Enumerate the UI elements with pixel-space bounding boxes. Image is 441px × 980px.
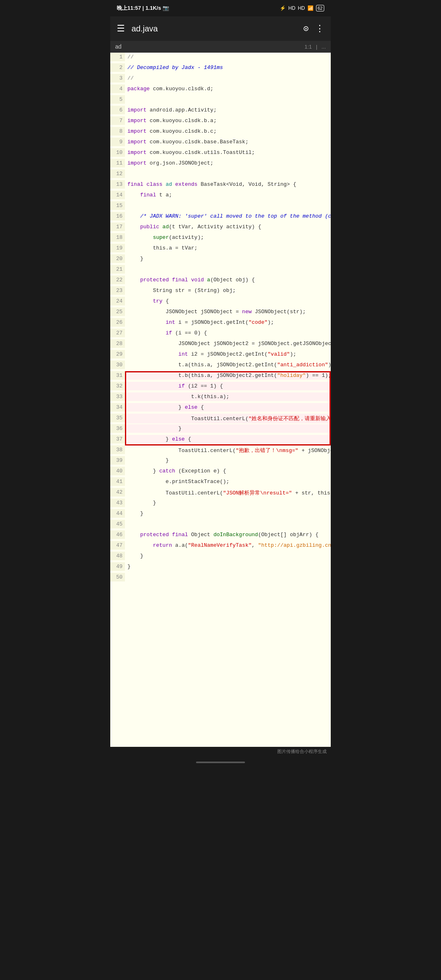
compass-icon[interactable]: ⊙ [303, 23, 309, 34]
line-num-22: 22 [110, 276, 125, 284]
line-num-1: 1 [110, 53, 125, 61]
line-content-18: super(activity); [125, 233, 331, 242]
code-line-1: 1 // [110, 53, 331, 63]
menu-icon[interactable]: ☰ [117, 23, 125, 34]
code-line-19: 19 this.a = tVar; [110, 244, 331, 254]
code-line-40: 40 } catch (Exception e) { [110, 467, 331, 477]
line-content-16: /* JADX WARN: 'super' call moved to the … [125, 212, 331, 220]
line-num-9: 9 [110, 138, 125, 146]
line-content-39: } [125, 456, 331, 465]
empty-code-area [110, 584, 331, 747]
line-num-12: 12 [110, 169, 125, 178]
line-num-41: 41 [110, 477, 125, 486]
code-line-20: 20 } [110, 254, 331, 265]
code-line-23: 23 String str = (String) obj; [110, 286, 331, 297]
line-num-47: 47 [110, 541, 125, 550]
code-line-2: 2 // Decompiled by Jadx - 1491ms [110, 63, 331, 74]
line-num-32: 32 [110, 382, 125, 390]
line-num-13: 13 [110, 180, 125, 189]
tab-more[interactable]: ... [321, 44, 326, 50]
line-num-33: 33 [110, 392, 125, 401]
watermark-text: 图片传播给合小程序生成 [277, 749, 327, 754]
code-line-16: 16 /* JADX WARN: 'super' call moved to t… [110, 212, 331, 223]
line-num-14: 14 [110, 191, 125, 199]
line-num-30: 30 [110, 361, 125, 369]
line-content-42: ToastUtil.centerL("JSON解析异常\nresult=" + … [125, 488, 331, 498]
code-line-41: 41 e.printStackTrace(); [110, 477, 331, 488]
line-content-40: } catch (Exception e) { [125, 467, 331, 475]
line-num-44: 44 [110, 509, 125, 518]
code-line-14: 14 final t a; [110, 191, 331, 201]
code-line-5: 5 [110, 95, 331, 106]
line-content-28: JSONObject jSONObject2 = jSONObject.getJ… [125, 339, 331, 348]
code-line-35: 35 ToastUtil.centerL("姓名和身份证不匹配，请重新输入", … [110, 414, 331, 424]
line-num-26: 26 [110, 318, 125, 327]
code-line-42: 42 ToastUtil.centerL("JSON解析异常\nresult="… [110, 488, 331, 499]
line-content-12 [125, 169, 331, 172]
line-content-26: int i = jSONObject.getInt("code"); [125, 318, 331, 327]
line-num-17: 17 [110, 223, 125, 231]
tab-info: 1:1 | ... [305, 44, 326, 50]
line-content-11: import org.json.JSONObject; [125, 159, 331, 167]
line-num-15: 15 [110, 201, 125, 210]
code-line-4: 4 package com.kuoyou.clsdk.d; [110, 85, 331, 95]
line-content-14: final t a; [125, 191, 331, 199]
code-line-13: 13 final class ad extends BaseTask<Void,… [110, 180, 331, 191]
line-num-18: 18 [110, 233, 125, 242]
line-content-3: // [125, 74, 331, 82]
status-icons: ⚡ HD HD 📶 62 [280, 5, 324, 11]
line-content-22: protected final void a(Object obj) { [125, 276, 331, 284]
code-line-8: 8 import com.kuoyou.clsdk.b.c; [110, 127, 331, 138]
code-line-29: 29 int i2 = jSONObject2.getInt("valid"); [110, 350, 331, 361]
code-editor[interactable]: 1 // 2 // Decompiled by Jadx - 1491ms 3 … [110, 53, 331, 747]
wifi-icon: 📶 [307, 5, 314, 11]
line-num-5: 5 [110, 95, 125, 104]
line-num-50: 50 [110, 573, 125, 581]
tab-filename[interactable]: ad [115, 43, 122, 50]
line-content-38: ToastUtil.centerL("抱歉，出错了！\nmsg=" + jSON… [125, 445, 331, 455]
line-content-4: package com.kuoyou.clsdk.d; [125, 85, 331, 93]
tab-separator: | [316, 44, 317, 50]
code-line-7: 7 import com.kuoyou.clsdk.b.a; [110, 116, 331, 127]
line-content-30: t.a(this.a, jSONObject2.getInt("anti_add… [125, 361, 331, 369]
line-num-19: 19 [110, 244, 125, 252]
line-content-41: e.printStackTrace(); [125, 477, 331, 486]
line-content-50 [125, 573, 331, 575]
line-num-36: 36 [110, 424, 125, 433]
code-line-27: 27 if (i == 0) { [110, 329, 331, 339]
line-content-49: } [125, 562, 331, 571]
line-content-29: int i2 = jSONObject2.getInt("valid"); [125, 350, 331, 359]
line-num-49: 49 [110, 562, 125, 571]
code-line-31: 31 t.b(this.a, jSONObject2.getInt("holid… [110, 371, 331, 382]
code-line-38: 38 ToastUtil.centerL("抱歉，出错了！\nmsg=" + j… [110, 445, 331, 456]
line-content-5 [125, 95, 331, 98]
line-num-24: 24 [110, 297, 125, 305]
code-line-26: 26 int i = jSONObject.getInt("code"); [110, 318, 331, 329]
code-line-47: 47 return a.a("RealNameVerifyTask", "htt… [110, 541, 331, 552]
battery-level: 62 [318, 6, 323, 11]
tab-bar: ad 1:1 | ... [110, 41, 331, 53]
code-line-34: 34 } else { [110, 403, 331, 414]
code-line-15: 15 [110, 201, 331, 212]
line-num-4: 4 [110, 85, 125, 93]
bluetooth-icon: ⚡ [280, 5, 286, 11]
more-options-icon[interactable]: ⋮ [315, 23, 324, 34]
line-num-25: 25 [110, 307, 125, 316]
line-num-40: 40 [110, 467, 125, 475]
code-line-33: 33 t.k(this.a); [110, 392, 331, 403]
bottom-nav-bar [110, 756, 331, 768]
line-content-35: ToastUtil.centerL("姓名和身份证不匹配，请重新输入", thi… [125, 414, 331, 423]
battery-indicator: 62 [316, 5, 324, 11]
code-line-10: 10 import com.kuoyou.clsdk.utils.ToastUt… [110, 148, 331, 159]
line-num-29: 29 [110, 350, 125, 359]
code-line-9: 9 import com.kuoyou.clsdk.base.BaseTask; [110, 138, 331, 148]
line-num-34: 34 [110, 403, 125, 412]
line-content-23: String str = (String) obj; [125, 286, 331, 295]
line-content-1: // [125, 53, 331, 61]
cursor-position: 1:1 [305, 44, 312, 50]
code-line-39: 39 } [110, 456, 331, 467]
line-content-43: } [125, 499, 331, 507]
line-content-44: } [125, 509, 331, 518]
line-content-7: import com.kuoyou.clsdk.b.a; [125, 116, 331, 125]
code-line-25: 25 JSONObject jSONObject = new JSONObjec… [110, 307, 331, 318]
